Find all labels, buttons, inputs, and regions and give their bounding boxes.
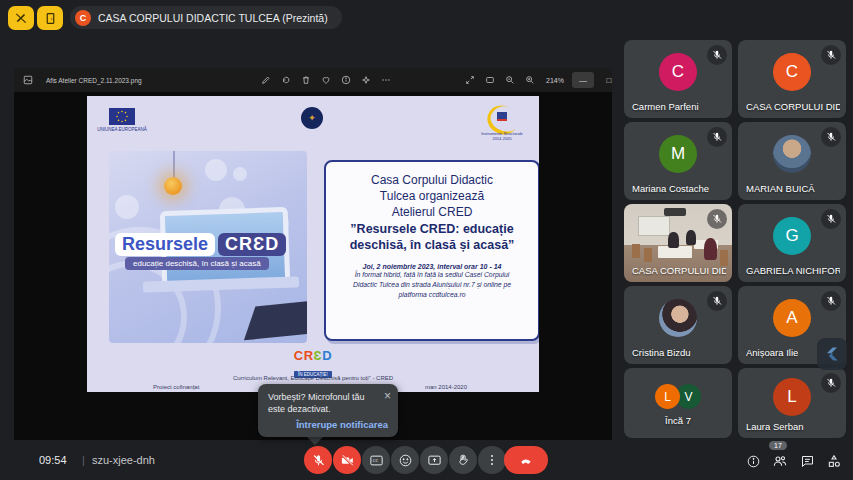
mic-off-icon — [821, 209, 841, 229]
mic-off-icon — [707, 45, 727, 65]
avatar: C — [773, 53, 811, 91]
chat-panel-button[interactable] — [795, 449, 819, 473]
participant-tile[interactable]: M Mariana Costache — [624, 122, 732, 200]
mute-button[interactable] — [304, 446, 332, 474]
phone-icon — [518, 452, 534, 468]
participant-tile[interactable]: MARIAN BUICĂ — [738, 122, 846, 200]
meet-window: C CASA CORPULUI DIDACTIC TULCEA (Prezint… — [0, 0, 853, 480]
overflow-label: Încă 7 — [624, 415, 732, 426]
overlay-widget-button[interactable] — [817, 338, 847, 370]
panel-title: deschisă, în clasă și acasă” — [326, 237, 538, 254]
cred-tagline: educație deschisă, în clasă și acasă — [125, 257, 269, 270]
zoom-level: 214% — [546, 77, 564, 84]
participant-name: Laura Serban — [746, 421, 804, 432]
rotate-icon[interactable] — [278, 72, 294, 88]
panel-line: Atelierul CRED — [326, 204, 538, 220]
event-detail: platforma ccdtulcea.ro — [326, 290, 538, 300]
viewer-titlebar: Afis Atelier CRED_2.11.2023.png 214% — □… — [14, 68, 612, 92]
captions-button[interactable]: cc — [362, 446, 390, 474]
more-icon[interactable] — [378, 72, 394, 88]
pen-off-button[interactable] — [8, 6, 34, 30]
info-icon[interactable] — [338, 72, 354, 88]
people-icon — [772, 453, 788, 469]
clock-time: 09:54 — [39, 454, 67, 466]
notebook-graphic — [244, 300, 307, 341]
presenter-label: CASA CORPULUI DIDACTIC TULCEA (Prezintă) — [98, 12, 328, 24]
close-icon[interactable]: × — [384, 389, 391, 403]
participant-name: CASA CORPULUI DID... — [632, 265, 726, 276]
call-control-bar: 09:54 | szu-xjee-dnh cc 17 — [0, 440, 853, 480]
raise-hand-button[interactable] — [449, 446, 477, 474]
instrumente-structurale-logo: Instrumente Structurale2014-2020 — [479, 104, 525, 144]
event-details-panel: Casa Corpului Didactic Tulcea organizeaz… — [324, 160, 539, 341]
participant-name: Cristina Bizdu — [632, 347, 691, 358]
participant-tile[interactable]: C Carmen Parfeni — [624, 40, 732, 118]
maximize-button[interactable]: □ — [598, 72, 620, 88]
door-icon — [44, 12, 57, 25]
viewer-zoom-controls: 214% — □ × — [462, 68, 646, 92]
fullscreen-icon[interactable] — [462, 72, 478, 88]
present-icon — [427, 453, 442, 468]
reactions-button[interactable] — [391, 446, 419, 474]
activities-button[interactable] — [822, 449, 846, 473]
participant-tile[interactable]: Cristina Bizdu — [624, 286, 732, 364]
participant-name: MARIAN BUICĂ — [746, 183, 815, 194]
event-date: Joi, 2 noiembrie 2023, interval orar 10 … — [326, 263, 538, 270]
zoom-out-icon[interactable] — [502, 72, 518, 88]
participant-tile[interactable]: C CASA CORPULUI DID... — [738, 40, 846, 118]
panel-line: Tulcea organizează — [326, 188, 538, 204]
divider: | — [82, 454, 85, 466]
fit-to-window-icon[interactable] — [482, 72, 498, 88]
overflow-tile[interactable]: L V Încă 7 — [624, 368, 732, 438]
overlay-s-icon — [824, 345, 840, 363]
people-panel-button[interactable] — [768, 449, 792, 473]
avatar: L — [773, 378, 811, 416]
participant-count-badge: 17 — [769, 441, 787, 450]
panel-line: Casa Corpului Didactic — [326, 172, 538, 188]
notification-text: Vorbești? Microfonul tău este dezactivat… — [268, 392, 373, 415]
effects-icon[interactable] — [358, 72, 374, 88]
camera-off-button[interactable] — [333, 446, 361, 474]
avatar-photo — [659, 299, 697, 337]
mic-off-icon — [707, 291, 727, 311]
presenter-pill[interactable]: C CASA CORPULUI DIDACTIC TULCEA (Prezint… — [70, 6, 342, 29]
pen-off-icon — [14, 11, 28, 25]
mic-off-icon — [821, 45, 841, 65]
avatar-photo — [773, 135, 811, 173]
participant-name: GABRIELA NICHIFOR — [746, 265, 840, 276]
emoji-icon — [398, 453, 413, 468]
favorite-icon[interactable] — [318, 72, 334, 88]
camera-off-icon — [340, 453, 355, 468]
mic-off-icon — [311, 453, 326, 468]
viewer-filename: Afis Atelier CRED_2.11.2023.png — [46, 77, 142, 84]
door-button[interactable] — [37, 6, 63, 30]
mic-off-icon — [707, 127, 727, 147]
meeting-info-button[interactable] — [741, 449, 765, 473]
photos-app-icon — [20, 72, 36, 88]
footer-fragment-right: man 2014-2020 — [425, 384, 467, 390]
presenter-avatar: C — [75, 10, 91, 26]
mic-off-icon — [707, 209, 727, 229]
participant-tile[interactable]: L Laura Serban — [738, 368, 846, 438]
minimize-button[interactable]: — — [572, 72, 594, 88]
resursele-cred-logo: Resursele CRƐD — [115, 233, 286, 256]
present-button[interactable] — [420, 446, 448, 474]
participant-tile[interactable]: G GABRIELA NICHIFOR — [738, 204, 846, 282]
avatar: A — [773, 299, 811, 337]
notification-arrow — [306, 436, 324, 445]
zoom-in-icon[interactable] — [522, 72, 538, 88]
event-detail: În format hibrid, față în față la sediul… — [326, 270, 538, 280]
eu-flag-logo — [109, 108, 135, 125]
event-detail: Didactic Tulcea din strada Alunișului nr… — [326, 280, 538, 290]
avatar: M — [659, 135, 697, 173]
delete-icon[interactable] — [298, 72, 314, 88]
svg-text:cc: cc — [372, 457, 378, 463]
end-call-button[interactable] — [504, 446, 548, 474]
edit-icon[interactable] — [258, 72, 274, 88]
chat-icon — [800, 454, 815, 469]
more-options-button[interactable] — [478, 446, 506, 474]
captions-icon: cc — [369, 453, 384, 468]
overflow-avatars: L V — [655, 384, 701, 410]
stop-notification-link[interactable]: Întrerupe notificarea — [296, 419, 388, 430]
participant-tile-video[interactable]: CASA CORPULUI DID... — [624, 204, 732, 282]
